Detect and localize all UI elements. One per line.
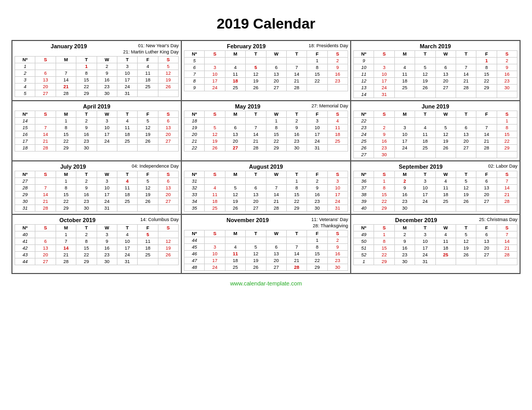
day-header: W — [97, 171, 117, 178]
day-header: F — [307, 171, 327, 178]
day-header: W — [266, 111, 286, 118]
week-number: 9 — [184, 85, 205, 91]
week-number: 2 — [15, 70, 35, 77]
day-cell: 6 — [435, 64, 456, 71]
day-cell: 2 — [374, 125, 394, 131]
day-header: F — [307, 111, 327, 118]
week-number: 17 — [15, 138, 35, 145]
day-cell: 2 — [394, 178, 415, 185]
week-number: 1 — [354, 258, 374, 265]
day-cell — [476, 118, 497, 125]
day-cell: 3 — [97, 118, 117, 125]
day-cell: 27 — [35, 258, 56, 265]
day-cell: 27 — [158, 198, 178, 205]
day-cell: 22 — [374, 252, 394, 258]
day-cell: 27 — [266, 264, 286, 271]
week-number: 6 — [184, 64, 205, 71]
day-cell — [435, 91, 456, 98]
day-cell: 5 — [138, 178, 158, 185]
day-cell: 26 — [138, 138, 158, 145]
day-header: M — [225, 51, 245, 58]
day-cell: 24 — [97, 198, 117, 205]
day-cell: 25 — [394, 85, 415, 91]
day-cell: 18 — [415, 138, 435, 145]
day-header: W — [435, 51, 456, 58]
day-cell: 12 — [225, 192, 245, 198]
day-cell — [205, 237, 225, 244]
week-number: 29 — [15, 192, 35, 198]
day-cell: 11 — [117, 125, 137, 131]
week-number: 19 — [184, 125, 205, 131]
day-cell: 20 — [266, 257, 286, 264]
day-cell: 8 — [374, 185, 394, 192]
day-header: S — [205, 111, 225, 118]
day-cell: 31 — [307, 145, 327, 152]
day-cell: 12 — [456, 185, 476, 192]
week-number: 52 — [354, 252, 374, 258]
day-cell: 25 — [117, 138, 137, 145]
day-header: S — [35, 57, 56, 63]
day-cell — [456, 152, 476, 158]
month-title: July 2019 — [15, 163, 131, 170]
day-cell — [35, 118, 56, 125]
day-cell: 13 — [266, 251, 286, 257]
day-cell: 2 — [97, 63, 117, 70]
day-cell: 3 — [327, 178, 348, 185]
day-cell: 9 — [394, 238, 415, 245]
week-number: 31 — [15, 205, 35, 212]
day-cell: 21 — [286, 78, 307, 85]
day-cell: 16 — [394, 192, 415, 198]
day-cell: 11 — [327, 125, 348, 131]
day-cell: 17 — [374, 78, 394, 85]
day-cell: 14 — [456, 71, 476, 78]
day-cell: 29 — [286, 205, 307, 212]
day-cell: 3 — [307, 118, 327, 125]
day-cell: 18 — [225, 78, 245, 85]
day-header: F — [138, 57, 158, 63]
month-table: NºSMTWTFS3612345673789101112131438151617… — [353, 171, 517, 212]
week-number: 4 — [15, 84, 35, 90]
week-number: 10 — [354, 64, 374, 71]
day-cell: 9 — [76, 125, 97, 131]
day-cell: 13 — [158, 185, 178, 192]
day-cell: 24 — [307, 138, 327, 145]
day-cell: 29 — [56, 205, 76, 212]
day-cell: 30 — [327, 264, 348, 271]
day-cell: 29 — [476, 85, 497, 91]
day-header: Nº — [354, 51, 374, 58]
week-number: 22 — [354, 118, 374, 125]
day-header: W — [266, 171, 286, 178]
day-cell — [435, 205, 456, 212]
day-header: M — [394, 51, 415, 58]
day-cell: 19 — [456, 192, 476, 198]
day-cell: 5 — [225, 185, 245, 192]
day-cell — [138, 90, 158, 97]
day-cell: 7 — [266, 185, 286, 192]
month-block: August 2019NºSMTWTFS31123324567891033111… — [181, 161, 351, 214]
day-cell: 11 — [225, 251, 245, 257]
day-cell: 8 — [76, 70, 97, 77]
day-cell: 17 — [117, 77, 137, 84]
month-block: July 201904: Independence DayNºSMTWTFS27… — [12, 161, 181, 214]
day-cell: 21 — [286, 257, 307, 264]
day-cell: 9 — [286, 125, 307, 131]
day-cell: 12 — [138, 185, 158, 192]
day-cell — [35, 231, 56, 238]
day-header: T — [456, 225, 476, 231]
day-cell: 19 — [435, 138, 456, 145]
day-header: W — [97, 57, 117, 63]
day-cell: 4 — [327, 118, 348, 125]
day-header: T — [117, 57, 137, 63]
day-cell: 20 — [456, 138, 476, 145]
day-cell: 23 — [497, 78, 517, 85]
day-header: T — [246, 51, 266, 58]
month-table: NºSMTWTFS2712345628789101112132914151617… — [15, 171, 179, 212]
day-cell: 27 — [158, 138, 178, 145]
day-header: S — [374, 171, 394, 178]
day-cell: 2 — [76, 231, 97, 238]
day-cell: 17 — [327, 192, 348, 198]
day-cell: 28 — [286, 85, 307, 91]
day-cell: 18 — [225, 257, 245, 264]
week-number: 31 — [184, 178, 205, 185]
day-cell: 18 — [435, 192, 456, 198]
